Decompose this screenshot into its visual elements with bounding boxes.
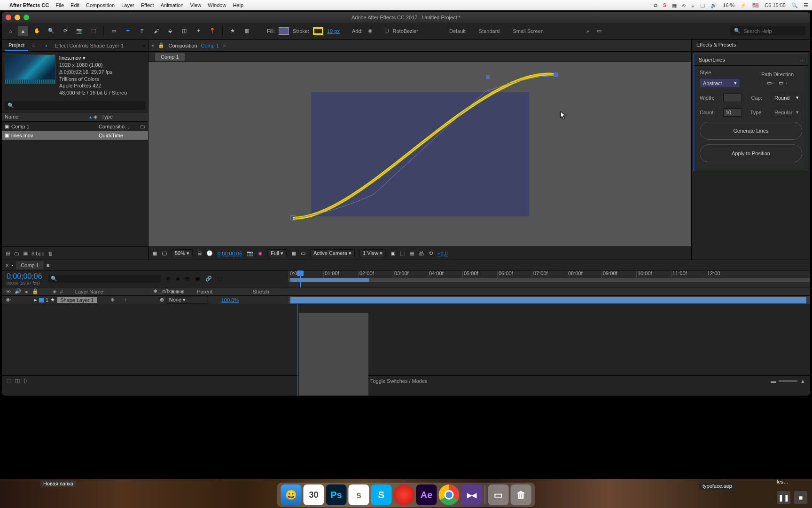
dock-app-icon[interactable]: ▭ [488, 484, 509, 505]
timeline-track-area[interactable] [289, 304, 810, 375]
project-search[interactable]: 🔍 [5, 101, 145, 110]
dock-skype-icon[interactable]: S [371, 484, 392, 505]
zoom-tool[interactable]: 🔍 [46, 26, 56, 36]
trash-icon[interactable]: 🗑 [48, 251, 53, 256]
cap-dropdown[interactable]: Round▾ [771, 93, 802, 103]
timeline-empty[interactable] [2, 304, 810, 375]
battery-icon[interactable]: ⚡ [740, 2, 747, 8]
project-row-footage[interactable]: ▣lines.mov QuickTime [2, 131, 148, 140]
bluetooth-icon[interactable]: ⎋ [682, 2, 686, 8]
dock-sublime-icon[interactable]: s [349, 484, 369, 505]
project-search-input[interactable] [14, 103, 142, 109]
menu-effect[interactable]: Effect [141, 2, 154, 8]
views-dropdown[interactable]: 1 View ▾ [359, 249, 386, 257]
stamp-tool[interactable]: ⬙ [165, 26, 175, 36]
lock-col-icon[interactable]: 🔒 [32, 288, 39, 294]
style-dropdown[interactable]: Abstract▾ [700, 78, 740, 88]
file-typeface[interactable]: typeface.aep [699, 482, 736, 490]
comp-time[interactable]: 0;00;00;06 [218, 251, 242, 256]
window-close-button[interactable] [6, 15, 11, 20]
zoom-out-icon[interactable]: ▬ [771, 378, 776, 384]
layer-switches[interactable]: ✱ / [110, 296, 142, 303]
menu-file[interactable]: File [55, 2, 64, 8]
spotlight-icon[interactable]: 🔍 [791, 2, 798, 8]
mask-icon[interactable]: ▭ [301, 250, 305, 256]
col-index[interactable]: # [60, 289, 63, 294]
clock[interactable]: C6 15:55 [765, 2, 786, 8]
tab-project[interactable]: Project [5, 40, 28, 51]
orbit-tool[interactable]: ⟳ [60, 26, 70, 36]
menu-edit[interactable]: Edit [70, 2, 79, 8]
airplay-icon[interactable]: ▢ [700, 2, 705, 8]
flag-icon[interactable]: 🇺🇸 [752, 2, 759, 8]
ruler-tick[interactable]: 08:00f [567, 270, 601, 278]
col-type[interactable]: Type [99, 114, 145, 120]
new-comp-icon[interactable]: ▣ [23, 250, 28, 256]
zoom-dropdown[interactable]: 50% ▾ [172, 249, 193, 257]
ruler-tick[interactable]: 04:00f [428, 270, 462, 278]
region-tool[interactable]: ⬚ [88, 26, 99, 36]
ruler-tick[interactable]: 11:00f [671, 270, 706, 278]
menu-layer[interactable]: Layer [121, 2, 134, 8]
solo-col-icon[interactable]: ● [25, 289, 28, 294]
tl-icon-1[interactable]: ⧉ [166, 276, 170, 282]
menu-composition[interactable]: Composition [86, 2, 115, 8]
stretch-value[interactable]: 100,0% [221, 297, 239, 303]
zoom-in-icon[interactable]: ▲ [800, 378, 805, 384]
transparency-icon[interactable]: ▦ [291, 250, 296, 256]
tab-menu-icon[interactable]: ≡ [223, 43, 226, 48]
rotobezier-label[interactable]: RotoBezier [393, 28, 418, 34]
grid-icon[interactable]: ▦ [242, 26, 252, 36]
comp-name[interactable]: Comp 1 [201, 43, 219, 48]
toggle-shy-icon[interactable]: ⬚ [7, 378, 11, 384]
layer-label-swatch[interactable] [39, 298, 44, 302]
timeline-icon[interactable]: ▤ [409, 250, 414, 256]
motion-blur-icon[interactable]: {} [23, 378, 27, 384]
camera-tool[interactable]: 📷 [74, 26, 85, 36]
type-dropdown[interactable]: Regular▾ [771, 107, 802, 117]
dock-trash-icon[interactable]: 🗑 [511, 484, 531, 505]
workspace-icon[interactable]: ▭ [595, 27, 603, 35]
layout-small[interactable]: Small Screen [508, 27, 548, 35]
toggle-switches-button[interactable]: Toggle Switches / Modes [370, 378, 428, 384]
exposure[interactable]: +0,0 [437, 251, 448, 256]
col-name[interactable]: Name [5, 114, 89, 120]
status-icon[interactable]: ⧉ [654, 2, 657, 8]
direction-ltr-icon[interactable]: ▭← [767, 80, 777, 86]
effects-presets-header[interactable]: Effects & Presets [692, 40, 810, 52]
shape-tool[interactable]: ▭ [109, 26, 119, 36]
dock-chrome-icon[interactable] [439, 484, 460, 505]
res-half-icon[interactable]: ⊟ [197, 250, 202, 256]
label-col-icon[interactable]: ◈ [53, 288, 56, 294]
close-tab-icon[interactable]: × [151, 43, 154, 48]
shape-path[interactable] [289, 68, 561, 230]
tl-icon-2[interactable]: ◈ [176, 276, 180, 282]
layer-duration-bar[interactable] [290, 297, 806, 303]
asset-name[interactable]: lines.mov ▾ [59, 55, 127, 62]
camera-dropdown[interactable]: Active Camera ▾ [310, 249, 355, 257]
folder-label[interactable]: Новая папка [40, 480, 76, 487]
layer-row[interactable]: 👁 ▸ 1 ★ Shape Layer 1 ✱ / ⊚ None ▾ 100,0… [2, 296, 810, 304]
switch-col-icon[interactable]: ✱⬚⧄/fx▣◉◉ [153, 288, 185, 294]
plugin-menu-icon[interactable]: ≡ [800, 57, 803, 63]
viewport[interactable] [148, 62, 691, 246]
pixel-icon[interactable]: ▣ [390, 250, 395, 256]
layer-track[interactable] [289, 296, 810, 304]
monitor-icon[interactable]: 🖵 [162, 251, 167, 256]
tab-menu-icon[interactable]: ≡ [47, 262, 49, 268]
timeline-ruler-area[interactable]: 0:00f 01:00f 02:00f 03:00f 04:00f 05:00f… [289, 270, 810, 287]
layout-standard[interactable]: Standard [474, 27, 505, 35]
tab-effect-controls[interactable]: Effect Controls Shape Layer 1 [51, 41, 128, 50]
dock-finder-icon[interactable]: 😀 [281, 484, 302, 505]
layout-default[interactable]: Default [445, 27, 470, 35]
zoom-slider[interactable] [779, 380, 797, 382]
text-tool[interactable]: T [137, 26, 147, 36]
layer-expand-icon[interactable]: ▸ [34, 297, 37, 303]
col-stretch[interactable]: Stretch [253, 289, 269, 294]
timecode[interactable]: 0;00;00;06 [7, 272, 42, 280]
ruler-tick[interactable]: 09:00f [601, 270, 636, 278]
timeline-search[interactable]: 🔍 [48, 275, 161, 283]
add-icon[interactable]: ◉ [367, 27, 374, 35]
ruler-tick[interactable]: 05:00f [462, 270, 497, 278]
alpha-icon[interactable]: ▦ [152, 250, 157, 256]
